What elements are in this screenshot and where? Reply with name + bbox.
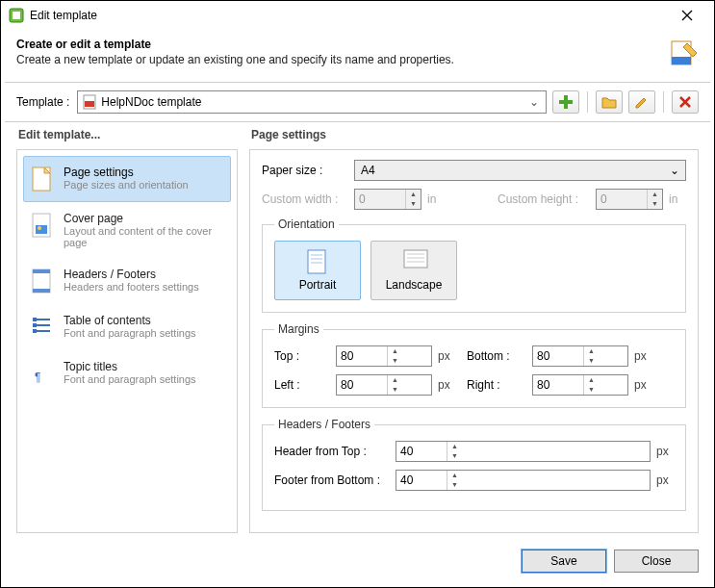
template-label: Template : (16, 95, 69, 109)
sidebar-item-desc: Layout and content of the cover page (64, 225, 223, 248)
svg-rect-24 (33, 329, 37, 333)
headers-footers-icon (31, 268, 54, 294)
orientation-group: Orientation Portrait Landscape (262, 217, 686, 313)
svg-text:¶: ¶ (35, 371, 40, 384)
spin-down-icon[interactable]: ▼ (447, 480, 462, 490)
sidebar-item-page-settings[interactable]: Page settings Page sizes and orientation (23, 156, 231, 202)
orientation-landscape-label: Landscape (386, 278, 443, 292)
custom-height-label: Custom height : (498, 192, 590, 206)
spin-down-icon: ▼ (648, 199, 662, 209)
spin-down-icon[interactable]: ▼ (584, 385, 599, 395)
spin-up-icon[interactable]: ▲ (584, 375, 599, 385)
margin-left-label: Left : (274, 378, 330, 392)
footer-from-bottom-label: Footer from Bottom : (274, 473, 390, 487)
sidebar-item-table-of-contents[interactable]: Table of contents Font and paragraph set… (23, 304, 231, 350)
svg-rect-30 (404, 250, 427, 268)
header: Create or edit a template Create a new t… (1, 30, 714, 82)
header-from-top-label: Header from Top : (274, 445, 390, 458)
paper-size-label: Paper size : (262, 164, 348, 177)
footer-from-bottom-input[interactable]: ▲▼ (396, 470, 651, 491)
save-button[interactable]: Save (522, 550, 606, 573)
custom-height-input: ▲▼ (596, 189, 663, 210)
delete-button[interactable] (672, 90, 699, 114)
orientation-legend: Orientation (274, 217, 339, 231)
toc-icon (31, 314, 54, 341)
hf-legend: Headers / Footers (274, 418, 374, 431)
main-title: Page settings (249, 122, 699, 149)
app-icon (9, 8, 24, 23)
spin-up-icon[interactable]: ▲ (584, 346, 599, 356)
window-title: Edit template (30, 9, 668, 22)
svg-rect-14 (36, 225, 47, 234)
header-from-top-input[interactable]: ▲▼ (396, 441, 651, 462)
template-selected-name: HelpNDoc template (101, 95, 526, 109)
headers-footers-group: Headers / Footers Header from Top : ▲▼ p… (262, 418, 686, 511)
margins-group: Margins Top : ▲▼ px Bottom : ▲▼ px Left … (262, 322, 686, 408)
svg-rect-18 (33, 289, 50, 293)
margin-left-input[interactable]: ▲▼ (336, 374, 432, 396)
sidebar-title: Edit template... (16, 122, 238, 149)
paper-size-select[interactable]: A4 ⌄ (354, 160, 686, 181)
sidebar-item-topic-titles[interactable]: ¶ Topic titles Font and paragraph settin… (23, 350, 231, 396)
spin-down-icon[interactable]: ▼ (447, 451, 462, 461)
svg-point-15 (38, 226, 41, 230)
open-folder-button[interactable] (596, 90, 623, 114)
spin-down-icon[interactable]: ▼ (584, 356, 599, 366)
svg-rect-7 (85, 101, 94, 107)
spin-down-icon[interactable]: ▼ (388, 356, 402, 366)
sidebar-item-label: Headers / Footers (64, 268, 199, 281)
page-icon (31, 166, 54, 192)
pilcrow-icon: ¶ (31, 360, 54, 387)
unit-in: in (669, 192, 686, 206)
unit-px: px (634, 349, 651, 363)
unit-px: px (656, 473, 674, 487)
orientation-portrait[interactable]: Portrait (274, 241, 361, 300)
cover-page-icon (31, 212, 54, 239)
window-close-button[interactable] (668, 1, 706, 30)
margins-legend: Margins (274, 322, 323, 336)
sidebar-item-cover-page[interactable]: Cover page Layout and content of the cov… (23, 202, 231, 258)
margin-top-label: Top : (274, 349, 330, 363)
unit-in: in (427, 192, 445, 206)
paper-size-value: A4 (361, 164, 375, 177)
margin-top-input[interactable]: ▲▼ (336, 345, 432, 367)
sidebar-item-desc: Font and paragraph settings (64, 327, 196, 339)
main-panel: Page settings Paper size : A4 ⌄ Custom w… (249, 122, 699, 533)
close-button[interactable]: Close (614, 550, 699, 573)
edit-template-dialog: Edit template Create or edit a template … (0, 0, 715, 588)
spin-up-icon[interactable]: ▲ (447, 471, 462, 480)
spin-up-icon[interactable]: ▲ (388, 346, 402, 356)
unit-px: px (438, 378, 455, 392)
landscape-icon (403, 249, 424, 274)
sidebar-item-label: Page settings (64, 166, 189, 179)
portrait-icon (307, 249, 328, 274)
unit-px: px (634, 378, 651, 392)
margin-bottom-label: Bottom : (467, 349, 526, 363)
edit-pencil-button[interactable] (628, 90, 655, 114)
orientation-landscape[interactable]: Landscape (370, 241, 457, 300)
spin-up-icon[interactable]: ▲ (388, 375, 402, 385)
svg-rect-5 (672, 57, 691, 64)
spin-up-icon: ▲ (648, 190, 662, 199)
margin-right-label: Right : (467, 378, 526, 392)
template-select[interactable]: HelpNDoc template ⌄ (77, 90, 547, 114)
spin-up-icon[interactable]: ▲ (447, 442, 462, 451)
sidebar: Edit template... Page settings Page size… (16, 122, 238, 533)
chevron-down-icon: ⌄ (526, 95, 542, 109)
margin-right-input[interactable]: ▲▼ (532, 374, 628, 396)
svg-rect-23 (33, 323, 37, 327)
svg-rect-17 (33, 269, 50, 273)
spin-down-icon: ▼ (406, 199, 421, 209)
add-template-button[interactable] (552, 90, 579, 114)
toolbar-separator (663, 91, 664, 113)
margin-bottom-input[interactable]: ▲▼ (532, 345, 628, 367)
sidebar-item-label: Table of contents (64, 314, 196, 327)
sidebar-item-headers-footers[interactable]: Headers / Footers Headers and footers se… (23, 258, 231, 304)
spin-down-icon[interactable]: ▼ (388, 385, 402, 395)
titlebar: Edit template (1, 1, 714, 30)
svg-rect-22 (33, 318, 37, 321)
custom-width-input: ▲▼ (354, 189, 421, 210)
toolbar: Template : HelpNDoc template ⌄ (1, 83, 714, 121)
unit-px: px (656, 445, 674, 458)
header-subtitle: Create a new template or update an exist… (16, 53, 668, 66)
